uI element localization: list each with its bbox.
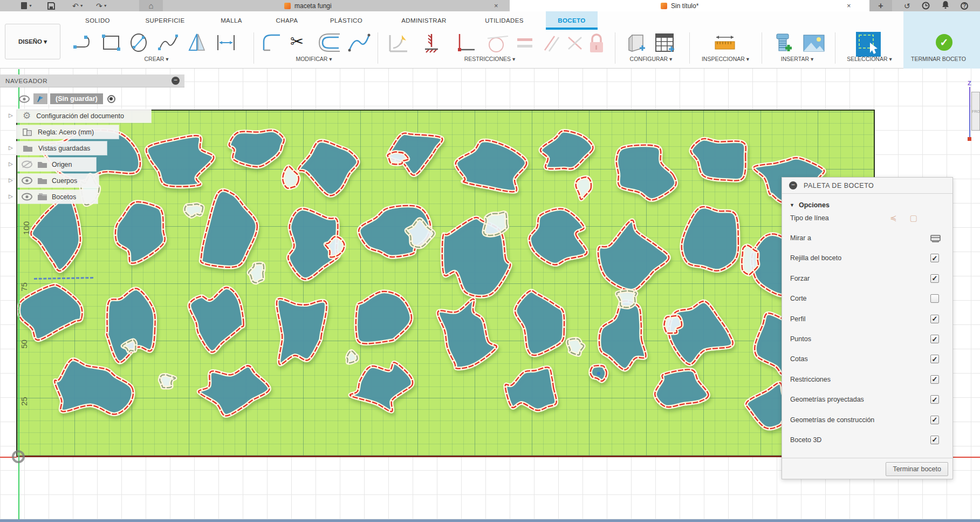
expand-arrow-icon[interactable]: ▷: [9, 177, 13, 183]
tree-row-units[interactable]: Regla: Acero (mm): [16, 125, 119, 139]
auto-dimension-icon[interactable]: [386, 32, 414, 55]
job-status-icon[interactable]: ↺: [904, 2, 910, 10]
finish-sketch-check-icon[interactable]: ✓: [936, 34, 952, 51]
group-label-inspeccionar[interactable]: INSPECCIONAR ▾: [702, 56, 749, 62]
lock-constraint-icon[interactable]: [587, 32, 606, 56]
design-workspace-dropdown[interactable]: DISEÑO ▾: [5, 24, 60, 59]
equal-constraint-icon[interactable]: [515, 32, 534, 55]
origin-point[interactable]: [12, 450, 25, 463]
expand-arrow-icon[interactable]: ▷: [9, 161, 13, 167]
tree-row-bodies[interactable]: Cuerpos: [18, 174, 99, 187]
profile-checkbox[interactable]: ✓: [930, 315, 939, 323]
tree-row-named-views[interactable]: Vistas guardadas: [16, 141, 107, 155]
expand-arrow-icon[interactable]: ▷: [9, 112, 13, 118]
parallel-constraint-icon[interactable]: [540, 32, 562, 55]
tree-row-doc-settings[interactable]: ⚙ Configuración del documento: [16, 109, 151, 123]
tab-utilidades[interactable]: UTILIDADES: [485, 11, 524, 30]
edit-spline-icon[interactable]: [347, 32, 372, 53]
sketch-grid-checkbox[interactable]: ✓: [930, 254, 939, 262]
options-section-header[interactable]: ▼ Opciones: [782, 194, 952, 209]
sketch-plane[interactable]: [16, 110, 875, 457]
tab-boceto-active[interactable]: BOCETO: [546, 11, 598, 30]
undo-icon: ↶: [72, 2, 79, 10]
group-label-configurar[interactable]: CONFIGURAR ▾: [630, 56, 673, 62]
undo-button[interactable]: ↶▼: [72, 0, 84, 11]
measure-tool-icon[interactable]: [711, 32, 739, 56]
tab-administrar[interactable]: ADMINISTRAR: [401, 11, 447, 30]
browser-header[interactable]: NAVEGADOR −: [0, 74, 184, 87]
dimensions-checkbox[interactable]: ✓: [930, 355, 939, 363]
new-tab-button[interactable]: +: [869, 0, 892, 11]
help-icon[interactable]: ?: [961, 2, 968, 10]
viewcube-front-face[interactable]: FRO: [971, 92, 980, 131]
look-at-icon[interactable]: [930, 234, 941, 242]
vertical-horizontal-constraint-icon[interactable]: [453, 32, 477, 55]
expand-arrow-icon[interactable]: ▷: [9, 193, 13, 199]
sketch-3d-checkbox[interactable]: ✓: [930, 436, 939, 444]
fillet-tool-icon[interactable]: [261, 32, 284, 53]
document-root-row[interactable]: (Sin guardar): [18, 93, 115, 105]
rectangle-tool-icon[interactable]: [100, 32, 124, 53]
group-label-seleccionar[interactable]: SELECCIONAR ▾: [847, 56, 892, 62]
construction-geometry-checkbox[interactable]: ✓: [930, 416, 939, 424]
create-line-tool-icon[interactable]: [72, 32, 97, 53]
mirror-tool-icon[interactable]: [186, 32, 210, 53]
visibility-eye-icon[interactable]: [21, 177, 33, 185]
group-label-modificar[interactable]: MODIFICAR ▾: [296, 56, 332, 62]
close-tab-2-button[interactable]: ×: [847, 2, 851, 10]
notifications-bell[interactable]: [942, 1, 949, 11]
slice-checkbox[interactable]: [930, 294, 939, 303]
recent-clock-icon[interactable]: [922, 2, 930, 10]
collapse-palette-button[interactable]: −: [789, 181, 797, 189]
palette-row-construction: Geometrías de construcción ✓: [782, 410, 954, 430]
configure-box-icon[interactable]: [625, 32, 649, 56]
offset-tool-icon[interactable]: [318, 32, 343, 53]
tab-plastico[interactable]: PLÁSTICO: [330, 11, 362, 30]
symmetry-constraint-icon[interactable]: [565, 32, 586, 55]
snap-checkbox[interactable]: ✓: [930, 274, 939, 283]
file-menu-button[interactable]: ▼: [20, 0, 32, 11]
select-tool-icon[interactable]: [855, 32, 882, 59]
home-view-button[interactable]: ⌂: [139, 0, 163, 11]
tree-row-origin[interactable]: Origen: [18, 158, 96, 171]
viewcube[interactable]: Z FRO: [964, 80, 980, 142]
tab-solido[interactable]: SOLIDO: [85, 11, 110, 30]
document-name-label[interactable]: (Sin guardar): [50, 93, 103, 104]
active-document-radio[interactable]: [107, 95, 115, 103]
close-tab-1-button[interactable]: ×: [494, 2, 498, 10]
eye-slash-icon[interactable]: [21, 160, 33, 168]
tangent-constraint-icon[interactable]: [484, 32, 510, 55]
points-checkbox[interactable]: ✓: [930, 335, 939, 343]
tab-superficie[interactable]: SUPERFICIE: [145, 11, 184, 30]
visibility-eye-icon[interactable]: [18, 95, 30, 103]
tab-malla[interactable]: MALLA: [221, 11, 242, 30]
circle-tool-icon[interactable]: [127, 32, 151, 53]
save-button[interactable]: [47, 0, 55, 11]
group-label-crear[interactable]: CREAR ▾: [145, 56, 169, 62]
redo-button[interactable]: ↷▼: [96, 0, 107, 11]
spline-tool-icon[interactable]: [156, 32, 181, 53]
sketch-palette-header[interactable]: − PALETA DE BOCETO: [782, 178, 952, 194]
group-label-insertar[interactable]: INSERTAR ▾: [781, 56, 813, 62]
parameters-table-icon[interactable]: [653, 32, 677, 56]
finish-sketch-group[interactable]: ✓ TERMINAR BOCETO: [903, 11, 980, 69]
insert-image-icon[interactable]: [801, 32, 826, 56]
projected-geometry-checkbox[interactable]: ✓: [930, 395, 939, 404]
sketch-geometry[interactable]: [17, 111, 874, 456]
collapse-browser-button[interactable]: −: [172, 77, 180, 85]
visibility-eye-icon[interactable]: [21, 193, 33, 201]
ruler-label-50: 50: [19, 340, 29, 349]
trim-scissors-icon[interactable]: ✂: [290, 32, 304, 51]
tab-chapa[interactable]: CHAPA: [276, 11, 298, 30]
palette-footer: Terminar boceto: [782, 458, 954, 480]
sketch-dimension-tool-icon[interactable]: [215, 32, 237, 53]
fix-constraint-icon[interactable]: [421, 32, 442, 55]
tree-row-sketches[interactable]: Bocetos: [18, 190, 98, 204]
doc-tab-maceta-fungi[interactable]: maceta fungi: [284, 0, 332, 11]
doc-tab-sin-titulo[interactable]: Sin título*: [661, 0, 698, 11]
insert-fastener-icon[interactable]: [772, 32, 796, 57]
constraints-checkbox[interactable]: ✓: [930, 375, 939, 384]
expand-arrow-icon[interactable]: ▷: [9, 145, 13, 151]
group-label-restricciones[interactable]: RESTRICCIONES ▾: [464, 56, 516, 62]
finish-sketch-button[interactable]: Terminar boceto: [886, 462, 948, 476]
